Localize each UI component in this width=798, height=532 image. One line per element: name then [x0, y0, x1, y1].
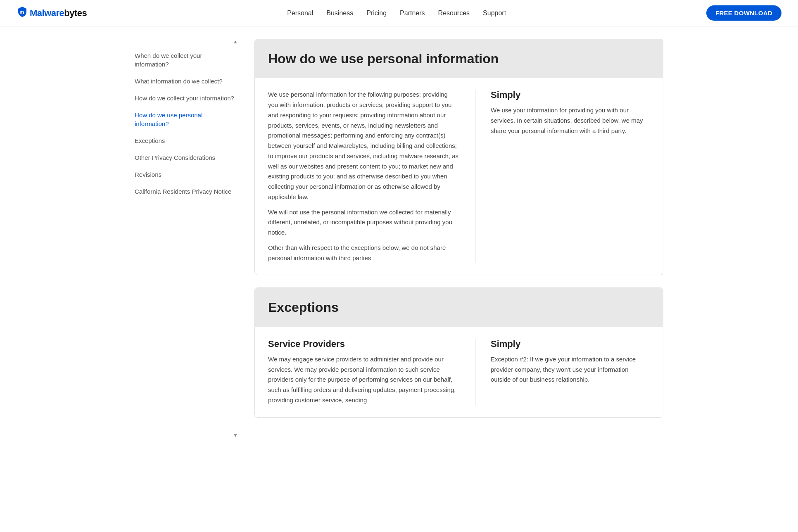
section-exceptions-header: Exceptions [255, 288, 663, 327]
section-use-personal-header: How do we use personal information [255, 39, 663, 78]
nav-personal[interactable]: Personal [287, 10, 313, 17]
use-personal-para-1: We use personal information for the foll… [268, 90, 459, 202]
logo-icon: m [17, 6, 28, 20]
sidebar-scroll-up[interactable]: ▲ [233, 39, 238, 45]
sidebar-nav: When do we collect your information? Wha… [135, 47, 238, 200]
service-providers-title: Service Providers [268, 339, 459, 349]
section-exceptions-right: Simply Exception #2: If we give your inf… [475, 339, 650, 406]
exceptions-simply-title: Simply [491, 339, 650, 349]
main-nav: Personal Business Pricing Partners Resou… [287, 10, 506, 17]
sidebar-item-collect-when[interactable]: When do we collect your information? [135, 47, 238, 73]
service-providers-text: We may engage service providers to admin… [268, 354, 459, 406]
use-personal-para-3: Other than with respect to the exception… [268, 243, 459, 264]
use-personal-para-2: We will not use the personal information… [268, 207, 459, 238]
nav-business[interactable]: Business [326, 10, 353, 17]
free-download-button[interactable]: FREE DOWNLOAD [706, 5, 781, 21]
sidebar-item-other-privacy[interactable]: Other Privacy Considerations [135, 149, 238, 166]
svg-text:m: m [19, 9, 24, 15]
section-exceptions-left: Service Providers We may engage service … [268, 339, 459, 406]
sidebar-item-collect-what[interactable]: What information do we collect? [135, 73, 238, 90]
sidebar-item-use-personal[interactable]: How do we use personal information? [135, 107, 238, 132]
section-use-personal-body: We use personal information for the foll… [255, 78, 663, 275]
sidebar-scroll-down[interactable]: ▼ [233, 432, 238, 438]
sidebar-item-exceptions[interactable]: Exceptions [135, 132, 238, 149]
exceptions-simply-text: Exception #2: If we give your informatio… [491, 354, 650, 385]
sidebar-item-california[interactable]: California Residents Privacy Notice [135, 183, 238, 200]
logo: m Malwarebytes [17, 6, 87, 20]
section-use-personal-left: We use personal information for the foll… [268, 90, 459, 263]
sidebar-item-revisions[interactable]: Revisions [135, 166, 238, 183]
nav-partners[interactable]: Partners [400, 10, 425, 17]
use-personal-simply-title: Simply [491, 90, 650, 100]
sidebar-item-collect-how[interactable]: How do we collect your information? [135, 90, 238, 107]
section-use-personal-title: How do we use personal information [268, 51, 650, 66]
logo-bytes: bytes [64, 8, 87, 18]
section-use-personal: How do we use personal information We us… [254, 39, 663, 275]
use-personal-simply-text: We use your information for providing yo… [491, 105, 650, 136]
section-exceptions: Exceptions Service Providers We may enga… [254, 287, 663, 417]
section-exceptions-body: Service Providers We may engage service … [255, 327, 663, 417]
nav-resources[interactable]: Resources [438, 10, 470, 17]
section-use-personal-text: We use personal information for the foll… [268, 90, 459, 263]
logo-malware: Malware [30, 8, 64, 18]
sidebar: ▲ When do we collect your information? W… [122, 35, 246, 442]
main-content: How do we use personal information We us… [246, 35, 676, 442]
section-use-personal-right: Simply We use your information for provi… [475, 90, 650, 263]
header: m Malwarebytes Personal Business Pricing… [0, 0, 798, 26]
nav-pricing[interactable]: Pricing [366, 10, 387, 17]
nav-support[interactable]: Support [483, 10, 506, 17]
page-layout: ▲ When do we collect your information? W… [122, 26, 676, 451]
section-exceptions-title: Exceptions [268, 299, 650, 315]
logo-text: Malwarebytes [30, 8, 87, 19]
